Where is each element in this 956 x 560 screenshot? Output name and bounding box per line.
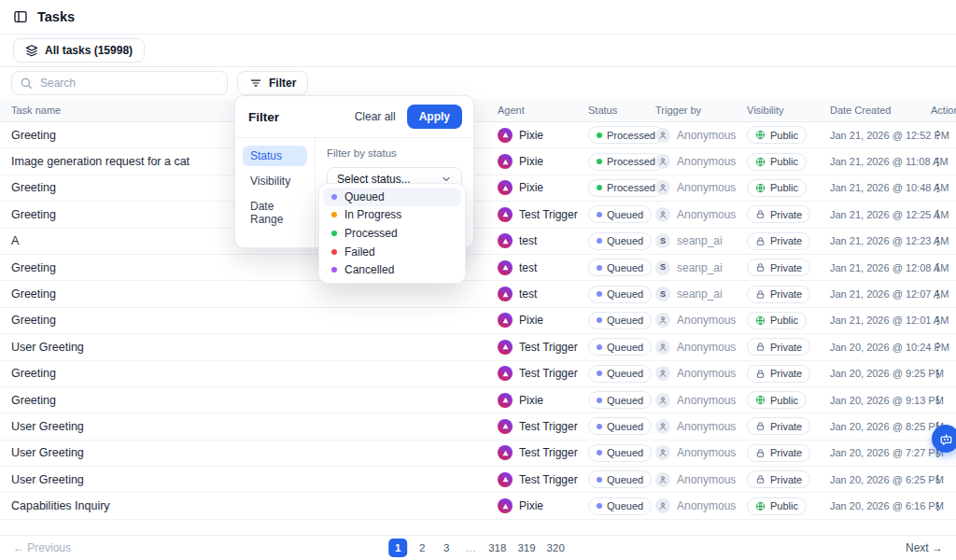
status-label: Queued — [607, 368, 643, 379]
status-label: Queued — [607, 342, 643, 353]
search-icon — [20, 77, 33, 90]
task-name: Greeting — [11, 181, 56, 194]
row-actions-button[interactable] — [928, 310, 949, 330]
filter-button[interactable]: Filter — [237, 71, 308, 95]
table-row[interactable]: Image generation request for a cat Pixie… — [0, 148, 956, 175]
col-header-action: Action — [920, 105, 956, 116]
globe-icon — [755, 130, 766, 140]
table-row[interactable]: Greeting Pixie Processed Anonymous — [0, 122, 956, 148]
col-header-trigger-by: Trigger by — [644, 105, 736, 116]
date-created-cell: Jan 21, 2026 @ 12:23 AM — [819, 235, 920, 246]
page-button-2[interactable]: 2 — [413, 539, 431, 557]
agent-cell: test — [486, 287, 577, 301]
page-button-320[interactable]: 320 — [544, 539, 568, 557]
table-row[interactable]: User Greeting Test Trigger Queued Anonym… — [0, 334, 956, 360]
filter-section-status[interactable]: Status — [243, 146, 307, 166]
table-row[interactable]: User Greeting Test Trigger Queued Anonym… — [0, 467, 956, 493]
table-row[interactable]: A test Queued S seanp_ai Priva — [0, 229, 956, 255]
task-name-cell: Greeting — [0, 287, 486, 301]
agent-name: Pixie — [519, 155, 543, 168]
filter-section-date-range[interactable]: Date Range — [243, 196, 307, 230]
all-tasks-tab[interactable]: All tasks (15998) — [13, 38, 145, 63]
status-option[interactable]: Cancelled — [323, 260, 461, 279]
status-option[interactable]: In Progress — [323, 206, 461, 225]
status-label: Queued — [607, 395, 643, 406]
kebab-icon — [932, 235, 944, 247]
sidebar-toggle-icon[interactable] — [13, 9, 28, 24]
status-option[interactable]: Failed — [323, 243, 461, 261]
row-actions-button[interactable] — [928, 177, 949, 198]
row-actions-button[interactable] — [928, 151, 949, 172]
next-page-button[interactable]: Next → — [906, 541, 943, 554]
table-row[interactable]: Greeting Pixie Queued Anonymous — [0, 308, 956, 334]
row-actions-button[interactable] — [928, 390, 949, 411]
trigger-avatar — [655, 419, 670, 434]
status-badge: Queued — [588, 470, 652, 488]
kebab-icon — [932, 208, 944, 220]
lock-icon — [755, 369, 766, 379]
row-actions-button[interactable] — [928, 125, 949, 146]
search-input[interactable] — [11, 71, 228, 95]
col-header-visibility: Visibility — [736, 105, 819, 116]
row-actions-button[interactable] — [928, 469, 949, 490]
task-name-cell: Greeting — [0, 367, 486, 380]
status-badge: Queued — [588, 391, 652, 409]
agent-name: Pixie — [519, 314, 543, 327]
status-cell: Queued — [577, 417, 644, 435]
row-actions-button[interactable] — [928, 496, 949, 516]
previous-page-button[interactable]: ← Previous — [13, 541, 71, 554]
status-badge: Queued — [588, 205, 652, 223]
visibility-label: Public — [770, 182, 798, 193]
page-button-1[interactable]: 1 — [388, 539, 407, 557]
page-button-318[interactable]: 318 — [485, 539, 509, 557]
row-actions-button[interactable] — [928, 363, 949, 384]
visibility-badge: Private — [747, 417, 810, 435]
table-row[interactable]: Capabilities Inquiry Pixie Queued Anonym… — [0, 493, 956, 519]
action-cell — [920, 363, 956, 384]
page-button-319[interactable]: 319 — [514, 539, 538, 557]
task-name: User Greeting — [11, 473, 84, 486]
chat-fab-button[interactable] — [932, 425, 956, 453]
apply-button[interactable]: Apply — [407, 105, 462, 129]
task-name-cell: Greeting — [0, 394, 486, 407]
table-header-row: Task name Agent Status Trigger by Visibi… — [0, 99, 956, 122]
visibility-badge: Public — [747, 497, 807, 515]
filter-section-label: Status — [250, 149, 282, 162]
row-actions-button[interactable] — [928, 231, 949, 251]
trigger-name: seanp_ai — [677, 234, 723, 247]
agent-name: Pixie — [519, 394, 543, 407]
agent-cell: test — [486, 260, 577, 275]
visibility-badge: Private — [747, 338, 810, 356]
trigger-name: Anonymous — [677, 155, 736, 168]
table-row[interactable]: Greeting Test Trigger Queued Anonymous — [0, 202, 956, 228]
table-row[interactable]: Greeting test Queued S seanp_ai — [0, 255, 956, 281]
status-option[interactable]: Queued — [323, 188, 461, 206]
status-option-dot — [331, 267, 337, 273]
task-name-cell: User Greeting — [0, 473, 486, 486]
filter-icon — [249, 77, 262, 90]
status-dot — [597, 450, 602, 455]
page-button-3[interactable]: 3 — [437, 539, 456, 557]
filter-section-visibility[interactable]: Visibility — [243, 171, 307, 191]
filter-section-label: Date Range — [250, 200, 283, 226]
table-row[interactable]: Greeting test Queued S seanp_ai — [0, 281, 956, 307]
status-label: Queued — [607, 288, 643, 300]
table-row[interactable]: User Greeting Test Trigger Queued Anonym… — [0, 413, 956, 440]
lock-icon — [755, 262, 766, 273]
agent-cell: Pixie — [486, 498, 577, 513]
clear-all-button[interactable]: Clear all — [355, 110, 396, 123]
task-name-cell: Capabilities Inquiry — [0, 499, 486, 512]
status-option-dot — [331, 212, 337, 217]
table-row[interactable]: Greeting Test Trigger Queued Anonymous — [0, 361, 956, 387]
table-row[interactable]: Greeting Pixie Processed Anonymous — [0, 175, 956, 202]
status-option[interactable]: Processed — [323, 224, 461, 243]
status-option-dot — [331, 249, 337, 255]
row-actions-button[interactable] — [928, 284, 949, 304]
task-name: Greeting — [11, 261, 56, 274]
row-actions-button[interactable] — [928, 204, 949, 225]
table-row[interactable]: User Greeting Test Trigger Queued Anonym… — [0, 441, 956, 467]
row-actions-button[interactable] — [928, 258, 949, 278]
row-actions-button[interactable] — [928, 337, 949, 357]
tasks-table: Task name Agent Status Trigger by Visibi… — [0, 99, 956, 520]
table-row[interactable]: Greeting Pixie Queued Anonymous — [0, 387, 956, 413]
